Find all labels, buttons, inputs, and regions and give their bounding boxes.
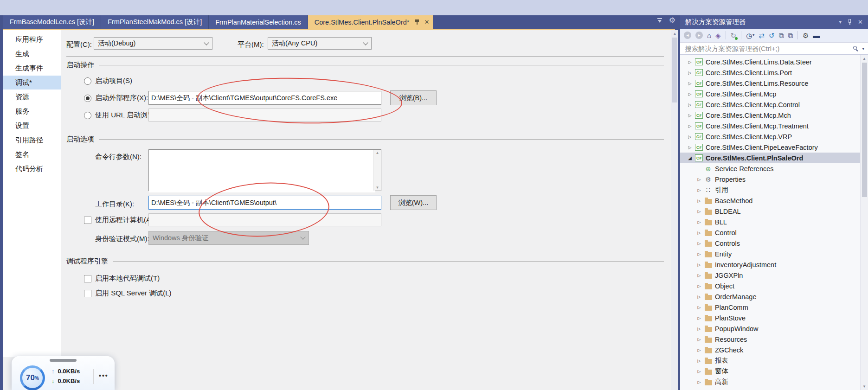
configuration-dropdown[interactable]: 活动(Debug) (94, 37, 212, 50)
tree-item[interactable]: ▷BaseMethod (680, 195, 860, 206)
start-url-input[interactable] (148, 109, 381, 121)
scroll-down-icon[interactable]: ▼ (374, 185, 381, 190)
document-tab[interactable]: FrmBaseModelLen.cs [设计] (3, 15, 101, 29)
expander-collapsed-icon[interactable]: ▷ (696, 209, 702, 214)
sidebar-item-服务[interactable]: 服务 (3, 104, 61, 118)
search-options-chevron-icon[interactable]: ▾ (862, 46, 864, 51)
expander-collapsed-icon[interactable]: ▷ (696, 284, 702, 288)
start-project-radio-label[interactable]: 启动项目(S) (95, 77, 132, 85)
command-line-args-textarea[interactable] (149, 150, 375, 192)
sidebar-item-签名[interactable]: 签名 (3, 147, 61, 161)
expander-collapsed-icon[interactable]: ▷ (687, 124, 693, 128)
editor-scrollbar[interactable]: ▲ (671, 30, 678, 390)
tree-item[interactable]: ▷C#Core.StlMes.Client.Lims.Port (680, 67, 860, 78)
expander-collapsed-icon[interactable]: ▷ (687, 134, 693, 139)
tree-item[interactable]: ▷Controls (680, 238, 860, 249)
tree-item[interactable]: ▷高新 (680, 377, 860, 387)
tree-item[interactable]: ▷⚙Properties (680, 174, 860, 185)
tree-item[interactable]: ▷InventoryAdjustment (680, 259, 860, 270)
sidebar-item-引用路径[interactable]: 引用路径 (3, 133, 61, 147)
expander-collapsed-icon[interactable]: ▷ (696, 198, 702, 203)
expander-collapsed-icon[interactable]: ▷ (696, 348, 702, 352)
expander-collapsed-icon[interactable]: ▷ (696, 369, 702, 374)
expander-collapsed-icon[interactable]: ▷ (687, 145, 693, 150)
tree-item[interactable]: ▷BLL (680, 217, 860, 227)
tree-item[interactable]: ▷∷引用 (680, 185, 860, 195)
show-all-files-icon[interactable]: ⧉ (778, 32, 784, 39)
preview-selected-icon[interactable]: ▬ (813, 32, 820, 39)
textarea-scrollbar[interactable]: ▲ ▼ (373, 150, 381, 191)
cpu-usage-gauge[interactable]: 70% (20, 365, 45, 390)
close-icon[interactable]: ✕ (424, 19, 429, 25)
widget-drag-handle[interactable] (50, 359, 77, 362)
expander-collapsed-icon[interactable]: ▷ (696, 241, 702, 246)
start-external-program-radio[interactable] (84, 95, 91, 102)
speed-monitor-widget[interactable]: 70% ↑ 0.0KB/s ↓ 0.0KB/s ••• (12, 356, 115, 390)
use-remote-machine-label[interactable]: 使用远程计算机(A) (95, 216, 153, 224)
working-directory-input[interactable] (148, 196, 381, 210)
tree-item[interactable]: ▷C#Core.StlMes.Client.PipeLeaveFactory (680, 142, 860, 153)
expander-collapsed-icon[interactable]: ▷ (687, 102, 693, 107)
sidebar-item-代码分析[interactable]: 代码分析 (3, 162, 61, 176)
expander-collapsed-icon[interactable]: ▷ (687, 113, 693, 118)
sql-server-debug-label[interactable]: 启用 SQL Server 调试(L) (95, 289, 171, 298)
start-project-radio[interactable] (84, 77, 91, 85)
expander-collapsed-icon[interactable]: ▷ (696, 252, 702, 256)
close-icon[interactable]: ✕ (858, 19, 863, 25)
sidebar-item-生成[interactable]: 生成 (3, 47, 61, 61)
expander-collapsed-icon[interactable]: ▷ (687, 70, 693, 75)
document-tab[interactable]: Core.StlMes.Client.PlnSaleOrd*✕ (308, 15, 433, 29)
auto-hide-pin-icon[interactable] (848, 19, 852, 25)
expander-collapsed-icon[interactable]: ▷ (696, 230, 702, 235)
expander-collapsed-icon[interactable]: ▷ (696, 273, 702, 278)
widget-more-button[interactable]: ••• (99, 372, 109, 379)
document-tab[interactable]: FrmPlanMaterialSelection.cs (209, 15, 308, 29)
scroll-down-icon[interactable]: ▼ (861, 384, 868, 389)
tree-item[interactable]: ▷Control (680, 227, 860, 238)
home-icon[interactable]: ⌂ (707, 32, 711, 39)
timeline-clock-icon[interactable]: ◷▾ (746, 32, 754, 39)
forward-icon[interactable]: ▸ (695, 32, 703, 39)
tree-item[interactable]: ▷Entity (680, 249, 860, 259)
tree-item[interactable]: ▷PlanStove (680, 313, 860, 323)
remote-machine-input[interactable] (148, 213, 381, 226)
expander-collapsed-icon[interactable]: ▷ (687, 92, 693, 96)
tree-item[interactable]: ▷PopupWindow (680, 323, 860, 334)
native-code-debug-checkbox[interactable] (84, 275, 91, 282)
expander-collapsed-icon[interactable]: ▷ (696, 326, 702, 331)
document-well-settings-gear-icon[interactable]: ⚙ (669, 17, 675, 24)
browse-external-program-button[interactable]: 浏览(B)... (390, 90, 437, 105)
sync-with-active-document-icon[interactable]: ↻ (731, 32, 737, 39)
sidebar-item-资源[interactable]: 资源 (3, 90, 61, 104)
tree-item[interactable]: ▷窗体 (680, 366, 860, 377)
sidebar-item-生成事件[interactable]: 生成事件 (3, 61, 61, 75)
tree-item[interactable]: ◢C#Core.StlMes.Client.PlnSaleOrd (680, 153, 860, 163)
scrollbar-thumb[interactable] (672, 38, 677, 102)
tree-item[interactable]: ⊕Service References (680, 163, 860, 174)
start-url-radio[interactable] (84, 112, 91, 119)
expander-collapsed-icon[interactable]: ▷ (696, 337, 702, 342)
refresh-icon[interactable]: ↺ (769, 32, 775, 39)
copy-document-icon[interactable]: ⧉ (788, 32, 793, 39)
expander-collapsed-icon[interactable]: ▷ (696, 358, 702, 363)
tree-item[interactable]: ▷JGGXPln (680, 270, 860, 281)
search-icon[interactable] (853, 45, 859, 52)
native-code-debug-label[interactable]: 启用本地代码调试(T) (95, 274, 160, 283)
tree-item[interactable]: ▷C#Core.StlMes.Client.Lims.Data.Steer (680, 57, 860, 67)
document-tab[interactable]: FrmPlanSteelMakMod.cs [设计] (101, 15, 209, 29)
scroll-up-icon[interactable]: ▲ (861, 57, 868, 61)
expander-collapsed-icon[interactable]: ▷ (696, 262, 702, 267)
properties-wrench-icon[interactable]: ⚙ (803, 32, 809, 39)
tree-item[interactable]: ▷BLDEAL (680, 206, 860, 217)
scroll-up-icon[interactable]: ▲ (374, 151, 381, 155)
browse-working-directory-button[interactable]: 浏览(W)... (390, 195, 437, 210)
tree-item[interactable]: ▷C#Core.StlMes.Client.Mcp.VRP (680, 131, 860, 142)
expander-collapsed-icon[interactable]: ▷ (696, 220, 702, 224)
scrollbar-thumb[interactable] (862, 63, 867, 197)
pending-documents-filter-icon[interactable] (657, 18, 662, 23)
expander-collapsed-icon[interactable]: ▷ (687, 60, 693, 64)
tree-item[interactable]: ▷C#Core.StlMes.Client.Mcp.Control (680, 99, 860, 110)
tree-item[interactable]: ▷ZGCheck (680, 345, 860, 355)
scroll-up-icon[interactable]: ▲ (671, 32, 678, 36)
tree-item[interactable]: ▷C#Core.StlMes.Client.Lims.Resource (680, 78, 860, 89)
